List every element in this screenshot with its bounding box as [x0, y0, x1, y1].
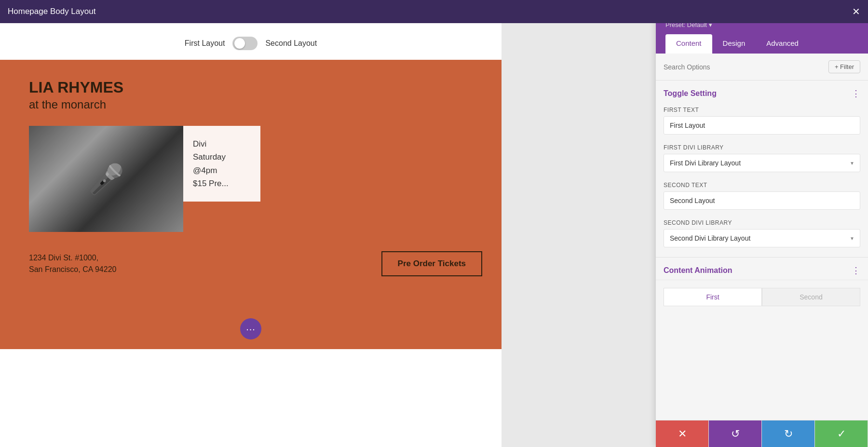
panel-body: + Filter Toggle Setting ⋮ First Text Fir… — [656, 54, 868, 420]
anim-tab-first[interactable]: First — [664, 288, 762, 306]
second-divi-select[interactable]: Second Divi Library Layout — [664, 229, 860, 247]
anim-tab-second[interactable]: Second — [762, 288, 860, 306]
first-divi-select-wrapper: First Divi Library Layout — [664, 154, 860, 172]
tab-advanced[interactable]: Advanced — [756, 34, 809, 54]
first-divi-group: First Divi Library First Divi Library La… — [656, 140, 868, 178]
content-animation-heading: Content Animation — [664, 266, 732, 275]
second-text-input[interactable] — [664, 191, 860, 210]
event-info-line2: Saturday — [193, 150, 251, 163]
first-text-input[interactable] — [664, 116, 860, 135]
animation-tabs: First Second — [664, 288, 860, 306]
toggle-switch[interactable] — [232, 37, 258, 50]
event-address: 1234 Divi St. #1000, San Francisco, CA 9… — [29, 252, 116, 275]
reset-button[interactable]: ↺ — [709, 420, 762, 447]
search-input[interactable] — [664, 63, 825, 71]
first-text-group: First Text — [656, 103, 868, 140]
panel-footer: ✕ ↺ ↻ ✓ — [656, 420, 868, 447]
address-line1: 1234 Divi St. #1000, — [29, 252, 116, 264]
close-button[interactable]: ✕ — [852, 6, 860, 17]
animation-section: First Second — [656, 280, 868, 314]
second-divi-group: Second Divi Library Second Divi Library … — [656, 216, 868, 253]
second-divi-select-wrapper: Second Divi Library Layout — [664, 229, 860, 247]
event-middle: Divi Saturday @4pm $15 Pre... — [29, 126, 482, 232]
filter-button[interactable]: + Filter — [828, 60, 860, 73]
page-title: Homepage Body Layout — [8, 7, 95, 16]
right-panel: Pixel Content Toggle Settings ⊕ ⊞ ⋮ Pres… — [656, 0, 868, 447]
tab-design[interactable]: Design — [712, 34, 756, 54]
top-bar: Homepage Body Layout ✕ — [0, 0, 868, 23]
tab-content[interactable]: Content — [665, 34, 712, 54]
event-subtitle: at the monarch — [29, 98, 482, 111]
event-info-line3: @4pm — [193, 164, 251, 177]
first-divi-label: First Divi Library — [664, 144, 860, 151]
canvas-area: First Layout Second Layout LIA RHYMES at… — [0, 23, 502, 447]
photo-placeholder — [29, 126, 183, 232]
content-animation-section-heading: Content Animation ⋮ — [656, 257, 868, 280]
dots-menu-button[interactable]: ··· — [240, 318, 261, 339]
event-info-box: Divi Saturday @4pm $15 Pre... — [183, 126, 260, 202]
toggle-setting-section-heading: Toggle Setting ⋮ — [656, 81, 868, 103]
cancel-button[interactable]: ✕ — [656, 420, 709, 447]
first-text-label: First Text — [664, 107, 860, 113]
refresh-button[interactable]: ↻ — [762, 420, 815, 447]
ticket-button[interactable]: Pre Order Tickets — [381, 251, 482, 276]
event-image — [29, 126, 183, 232]
first-layout-label: First Layout — [185, 39, 225, 48]
toggle-setting-more-icon[interactable]: ⋮ — [852, 88, 860, 99]
event-title: LIA RHYMES — [29, 79, 482, 96]
event-info-line4: $15 Pre... — [193, 177, 251, 190]
toggle-row: First Layout Second Layout — [0, 23, 502, 60]
panel-tabs: Content Design Advanced — [665, 34, 858, 54]
address-line2: San Francisco, CA 94220 — [29, 264, 116, 275]
first-divi-select[interactable]: First Divi Library Layout — [664, 154, 860, 172]
toggle-setting-heading: Toggle Setting — [664, 89, 717, 98]
second-divi-label: Second Divi Library — [664, 219, 860, 226]
second-text-group: Second Text — [656, 178, 868, 216]
content-animation-more-icon[interactable]: ⋮ — [852, 265, 860, 276]
event-section: LIA RHYMES at the monarch Divi Saturday … — [0, 60, 502, 349]
second-text-label: Second Text — [664, 182, 860, 189]
confirm-button[interactable]: ✓ — [815, 420, 868, 447]
event-info-line1: Divi — [193, 137, 251, 150]
second-layout-label: Second Layout — [265, 39, 317, 48]
event-bottom: 1234 Divi St. #1000, San Francisco, CA 9… — [29, 251, 482, 276]
search-row: + Filter — [656, 54, 868, 81]
